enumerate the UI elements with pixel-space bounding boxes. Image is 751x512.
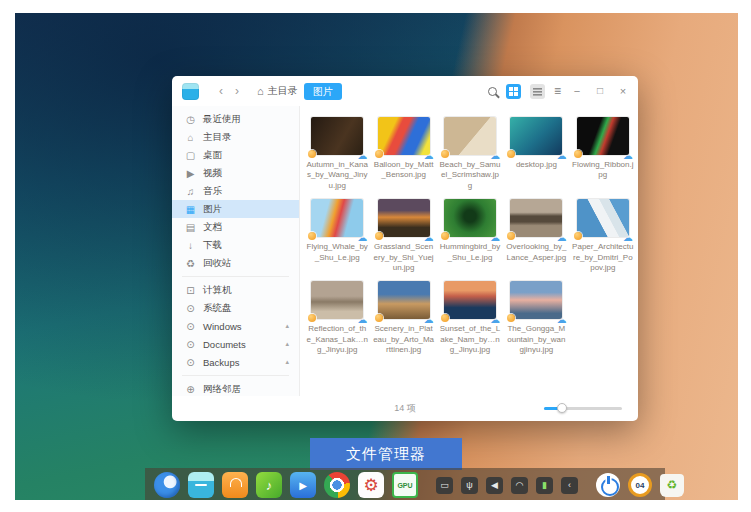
eject-icon[interactable]: ▴	[285, 340, 289, 348]
list-view-button[interactable]	[530, 84, 545, 99]
forward-icon[interactable]: ›	[229, 83, 245, 99]
sidebar-item-backups[interactable]: ⊙Backups▴	[172, 353, 299, 371]
clock-icon: ◷	[185, 114, 196, 125]
sidebar-item-music[interactable]: ♫音乐	[172, 182, 299, 200]
emblem-cloud-icon: ☁	[623, 151, 633, 161]
emblem-favorite-icon	[441, 150, 449, 158]
dock-chrome-icon[interactable]	[324, 472, 350, 498]
close-button[interactable]: ×	[616, 84, 630, 98]
file-name: Balloon_by_Matt_Benson.jpg	[373, 160, 435, 181]
dock-launcher-icon[interactable]	[154, 472, 180, 498]
sidebar-item-label: 音乐	[203, 185, 222, 198]
menu-icon[interactable]: ≡	[554, 84, 561, 98]
sidebar-item-pictures[interactable]: ▦图片	[172, 200, 299, 218]
sidebar-item-desktop[interactable]: ▢桌面	[172, 146, 299, 164]
tab-pictures[interactable]: 图片	[304, 83, 342, 100]
disk-icon: ⊙	[185, 357, 196, 368]
sidebar-item-computer[interactable]: ⊡计算机	[172, 281, 299, 299]
sidebar-item-documents[interactable]: ▤文档	[172, 218, 299, 236]
tray-usb-icon[interactable]: ψ	[461, 477, 478, 494]
file-item[interactable]: ☁Hummingbird_by_Shu_Le.jpg	[437, 197, 503, 275]
emblem-cloud-icon: ☁	[556, 315, 566, 325]
emblem-cloud-icon: ☁	[490, 151, 500, 161]
titlebar-right: ≡ − □ ×	[488, 84, 630, 99]
file-item[interactable]: ☁Scenery_in_Plateau_by_Arto_Marttinen.jp…	[370, 279, 436, 357]
file-thumbnail: ☁	[378, 199, 430, 237]
tray-collapse-icon[interactable]: ‹	[561, 477, 578, 494]
emblem-favorite-icon	[574, 232, 582, 240]
file-item[interactable]: ☁Overlooking_by_Lance_Asper.jpg	[503, 197, 569, 275]
file-item[interactable]: ☁Balloon_by_Matt_Benson.jpg	[370, 115, 436, 193]
file-name: Hummingbird_by_Shu_Le.jpg	[439, 242, 501, 263]
minimize-button[interactable]: −	[570, 84, 584, 98]
tray-battery-icon[interactable]: ▮	[536, 477, 553, 494]
tray-wifi-icon[interactable]: ◠	[511, 477, 528, 494]
file-item[interactable]: ☁Grassland_Scenery_by_Shi_Yuejun.jpg	[370, 197, 436, 275]
music-icon: ♫	[185, 186, 196, 197]
sidebar-item-label: 网络邻居	[203, 383, 241, 396]
file-item[interactable]: ☁Flying_Whale_by_Shu_Le.jpg	[304, 197, 370, 275]
tray-display-icon[interactable]: ▭	[436, 477, 453, 494]
file-grid: ☁Autumn_in_Kanas_by_Wang_Jinyu.jpg☁Ballo…	[304, 115, 636, 358]
sidebar-item-videos[interactable]: ▶视频	[172, 164, 299, 182]
icon-view-button[interactable]	[506, 84, 521, 99]
sidebar: ◷最近使用⌂主目录▢桌面▶视频♫音乐▦图片▤文档↓下载♻回收站⊡计算机⊙系统盘⊙…	[172, 106, 300, 396]
dock-app-store-icon[interactable]	[222, 472, 248, 498]
sidebar-item-home[interactable]: ⌂主目录	[172, 128, 299, 146]
dock-control-center-icon[interactable]: ⚙	[358, 472, 384, 498]
file-item[interactable]: ☁Sunset_of_the_Lake_Nam_by…ng_Jinyu.jpg	[437, 279, 503, 357]
eject-icon[interactable]: ▴	[285, 322, 289, 330]
eject-icon[interactable]: ▴	[285, 358, 289, 366]
zoom-slider[interactable]	[544, 407, 622, 410]
sidebar-item-recent[interactable]: ◷最近使用	[172, 110, 299, 128]
item-count: 14 项	[394, 402, 416, 415]
sidebar-item-documets[interactable]: ⊙Documets▴	[172, 335, 299, 353]
dock-video-player-icon[interactable]: ▶	[290, 472, 316, 498]
sidebar-item-label: 桌面	[203, 149, 222, 162]
emblem-favorite-icon	[375, 232, 383, 240]
emblem-favorite-icon	[308, 314, 316, 322]
file-item[interactable]: ☁Autumn_in_Kanas_by_Wang_Jinyu.jpg	[304, 115, 370, 193]
sidebar-item-label: 图片	[203, 203, 222, 216]
sidebar-item-label: Backups	[203, 357, 239, 368]
emblem-favorite-icon	[441, 232, 449, 240]
disk-icon: ⊙	[185, 339, 196, 350]
dock-music-player-icon[interactable]: ♪	[256, 472, 282, 498]
file-name: Flying_Whale_by_Shu_Le.jpg	[306, 242, 368, 263]
emblem-cloud-icon: ☁	[556, 151, 566, 161]
back-icon[interactable]: ‹	[213, 83, 229, 99]
sidebar-item-trash[interactable]: ♻回收站	[172, 254, 299, 272]
file-thumbnail: ☁	[577, 117, 629, 155]
dock-power-icon[interactable]	[596, 473, 620, 497]
home-icon: ⌂	[185, 132, 196, 143]
file-item[interactable]: ☁Beach_by_Samuel_Scrimshaw.jpg	[437, 115, 503, 193]
file-manager-window: ‹ › ⌂ 主目录 图片	[172, 76, 638, 421]
dock-gpu-icon[interactable]: GPU	[392, 472, 418, 498]
dock-clock-icon[interactable]: 04	[628, 473, 652, 497]
dock-trash-icon[interactable]: ♻	[660, 474, 684, 497]
documents-icon: ▤	[185, 222, 196, 233]
sidebar-item-network[interactable]: ⊕网络邻居	[172, 380, 299, 396]
sidebar-item-windows[interactable]: ⊙Windows▴	[172, 317, 299, 335]
file-thumbnail: ☁	[378, 117, 430, 155]
emblem-favorite-icon	[507, 150, 515, 158]
videos-icon: ▶	[185, 168, 196, 179]
file-item[interactable]: ☁desktop.jpg	[503, 115, 569, 193]
zoom-slider-handle[interactable]	[557, 403, 567, 413]
tray-volume-icon[interactable]: ◀	[486, 477, 503, 494]
sidebar-item-downloads[interactable]: ↓下载	[172, 236, 299, 254]
emblem-cloud-icon: ☁	[424, 151, 434, 161]
dock-file-manager-icon[interactable]	[188, 472, 214, 498]
maximize-button[interactable]: □	[593, 84, 607, 98]
file-item[interactable]: ☁Flowing_Ribbon.jpg	[570, 115, 636, 193]
titlebar: ‹ › ⌂ 主目录 图片	[172, 76, 638, 106]
file-item[interactable]: ☁Reflection_of_the_Kanas_Lak…ng_Jinyu.jp…	[304, 279, 370, 357]
sidebar-item-label: 文档	[203, 221, 222, 234]
sidebar-item-label: Windows	[203, 321, 242, 332]
file-item[interactable]: ☁The_Gongga_Mountain_by_wangjinyu.jpg	[503, 279, 569, 357]
search-icon[interactable]	[488, 87, 497, 96]
breadcrumb[interactable]: ⌂ 主目录	[257, 84, 298, 98]
file-item[interactable]: ☁Paper_Architecture_by_Dmitri_Popov.jpg	[570, 197, 636, 275]
dock-tooltip: 文件管理器	[310, 438, 462, 470]
sidebar-item-system-disk[interactable]: ⊙系统盘	[172, 299, 299, 317]
